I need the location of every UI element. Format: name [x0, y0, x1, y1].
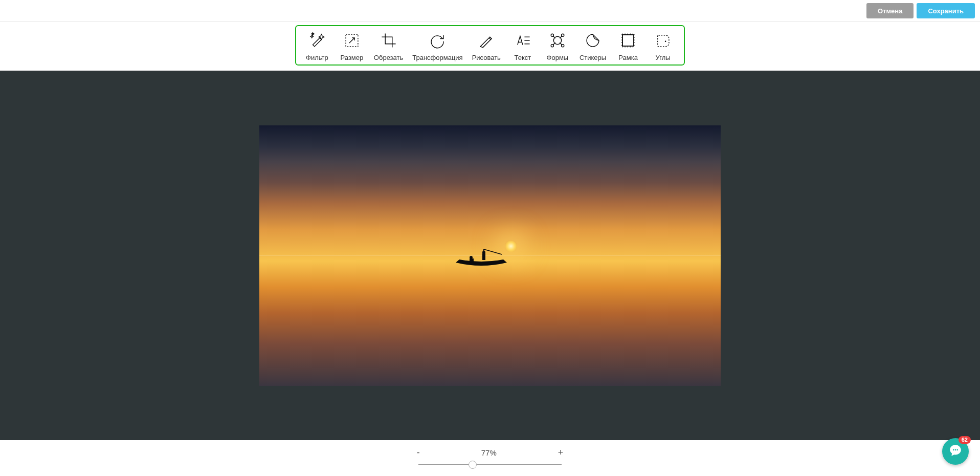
svg-rect-32: [470, 258, 474, 262]
svg-point-33: [953, 449, 954, 451]
tool-frame[interactable]: Рамка: [615, 30, 641, 61]
canvas-image[interactable]: [259, 125, 721, 386]
text-icon: [513, 30, 533, 51]
tool-label: Рамка: [618, 54, 638, 61]
shapes-icon: [547, 30, 568, 51]
zoom-controls: - 77% +: [0, 440, 980, 476]
chat-badge: 62: [959, 436, 971, 444]
zoom-value: 77%: [476, 448, 502, 457]
image-boat: [453, 248, 509, 269]
zoom-slider[interactable]: [418, 464, 562, 465]
crop-icon: [378, 30, 399, 51]
tool-label: Размер: [341, 54, 364, 61]
chat-icon: [949, 444, 962, 459]
tool-label: Стикеры: [580, 54, 606, 61]
save-button[interactable]: Сохранить: [917, 3, 975, 18]
svg-rect-7: [622, 35, 634, 46]
tool-label: Трансформация: [412, 54, 462, 61]
zoom-row: - 77% +: [417, 447, 564, 458]
svg-point-35: [956, 449, 958, 451]
cancel-button[interactable]: Отмена: [866, 3, 914, 18]
tool-stickers[interactable]: Стикеры: [580, 30, 606, 61]
zoom-out-button[interactable]: -: [417, 447, 420, 458]
svg-point-34: [955, 449, 956, 451]
editor-toolbar: Фильтр Размер Обрезать Трансформация Рис: [295, 25, 685, 66]
tool-text[interactable]: Текст: [510, 30, 536, 61]
header-bar: Отмена Сохранить: [0, 0, 980, 22]
tool-crop[interactable]: Обрезать: [374, 30, 403, 61]
svg-point-28: [665, 40, 666, 42]
corners-icon: [653, 30, 673, 51]
sticker-icon: [583, 30, 603, 51]
tool-label: Углы: [656, 54, 671, 61]
frame-icon: [618, 30, 638, 51]
tool-label: Обрезать: [374, 54, 403, 61]
canvas-area: [0, 71, 980, 440]
tool-corners[interactable]: Углы: [650, 30, 676, 61]
rotate-icon: [427, 30, 448, 51]
tool-resize[interactable]: Размер: [339, 30, 365, 61]
zoom-in-button[interactable]: +: [558, 447, 564, 458]
tool-label: Рисовать: [472, 54, 501, 61]
toolbar-container: Фильтр Размер Обрезать Трансформация Рис: [0, 22, 980, 71]
resize-icon: [342, 30, 362, 51]
tool-transform[interactable]: Трансформация: [412, 30, 462, 61]
tool-filter[interactable]: Фильтр: [304, 30, 330, 61]
tool-draw[interactable]: Рисовать: [472, 30, 501, 61]
magic-wand-icon: [307, 30, 327, 51]
zoom-slider-thumb[interactable]: [469, 461, 477, 469]
svg-rect-6: [622, 35, 634, 46]
pencil-icon: [476, 30, 497, 51]
chat-widget[interactable]: 62: [942, 438, 969, 465]
tool-label: Формы: [547, 54, 569, 61]
tool-label: Фильтр: [306, 54, 328, 61]
svg-rect-30: [482, 253, 485, 260]
tool-shapes[interactable]: Формы: [545, 30, 570, 61]
tool-label: Текст: [515, 54, 531, 61]
